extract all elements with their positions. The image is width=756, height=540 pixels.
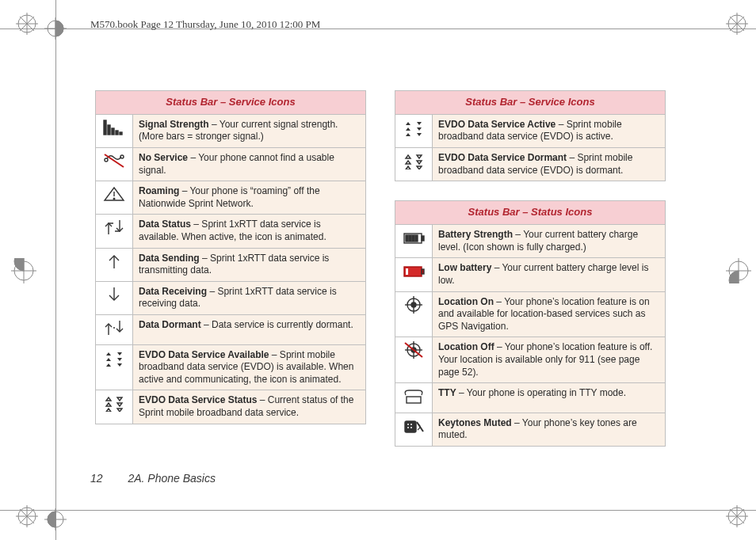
- table-row: Signal Strength – Your current signal st…: [96, 114, 366, 147]
- row-text: – Data service is currently dormant.: [201, 319, 353, 330]
- svg-point-34: [120, 155, 124, 158]
- svg-marker-46: [106, 397, 111, 401]
- data-status-icon: [96, 215, 133, 248]
- row-description: Battery Strength – Your current battery …: [433, 225, 666, 258]
- table-row: No Service – Your phone cannot find a us…: [96, 148, 366, 181]
- row-term: Location Off: [438, 341, 494, 352]
- table-row: EVDO Data Service Available – Sprint mob…: [96, 344, 366, 390]
- row-term: TTY: [438, 387, 456, 398]
- svg-marker-53: [417, 122, 422, 125]
- svg-marker-61: [417, 161, 422, 164]
- table-row: Data Receiving – Sprint 1xRTT data servi…: [96, 281, 366, 314]
- table-title: Status Bar – Service Icons: [395, 91, 666, 115]
- running-header: M570.book Page 12 Thursday, June 10, 201…: [90, 18, 320, 31]
- evdo-status-icon: [96, 390, 133, 424]
- table-row: Location On – Your phone’s location feat…: [395, 291, 666, 337]
- svg-rect-68: [412, 235, 414, 241]
- svg-rect-66: [406, 235, 408, 241]
- svg-marker-59: [417, 155, 422, 158]
- table-row: Location Off – Your phone’s location fea…: [395, 337, 666, 383]
- svg-marker-57: [417, 133, 422, 136]
- svg-point-89: [410, 424, 412, 425]
- svg-rect-32: [120, 132, 122, 135]
- crop-horizontal-bottom: [0, 510, 756, 511]
- row-term: EVDO Data Service Dormant: [438, 152, 567, 163]
- table-row: Data Dormant – Data service is currently…: [96, 315, 366, 345]
- data-sending-icon: [96, 248, 133, 281]
- evdo-available-icon: [96, 344, 133, 390]
- keytones-muted-icon: [395, 413, 433, 446]
- row-term: Low battery: [438, 262, 491, 273]
- page-footer: 12 2A. Phone Basics: [90, 472, 216, 485]
- data-receiving-icon: [96, 281, 133, 314]
- registration-icon: [726, 13, 748, 35]
- row-description: Keytones Muted – Your phone’s key tones …: [433, 413, 666, 446]
- svg-rect-87: [405, 421, 416, 432]
- row-description: Data Receiving – Sprint 1xRTT data servi…: [133, 281, 366, 314]
- section-title: 2A. Phone Basics: [128, 472, 216, 485]
- row-term: Data Status: [139, 219, 191, 230]
- row-description: No Service – Your phone cannot find a us…: [133, 148, 366, 181]
- svg-marker-49: [117, 403, 122, 406]
- svg-marker-47: [117, 397, 122, 401]
- location-on-icon: [395, 291, 433, 337]
- row-term: No Service: [139, 152, 188, 163]
- row-term: Data Receiving: [139, 286, 207, 297]
- registration-icon: [16, 13, 38, 35]
- table-row: TTY – Your phone is operating in TTY mod…: [395, 383, 666, 413]
- svg-point-38: [113, 198, 115, 200]
- svg-marker-45: [117, 363, 122, 367]
- battery-full-icon: [395, 225, 433, 258]
- status-icons-table: Status Bar – Status Icons Battery Streng…: [395, 200, 666, 447]
- row-description: Location Off – Your phone’s location fea…: [433, 337, 666, 383]
- row-term: Roaming: [139, 185, 179, 196]
- row-term: EVDO Data Service Available: [139, 349, 269, 360]
- table-row: Data Sending – Sprint 1xRTT data service…: [96, 248, 366, 281]
- svg-point-88: [407, 424, 409, 425]
- location-off-icon: [395, 337, 433, 383]
- row-description: Data Dormant – Data service is currently…: [133, 315, 366, 345]
- svg-marker-52: [406, 122, 410, 125]
- crop-center-icon: [44, 508, 67, 530]
- table-row: EVDO Data Service Active – Sprint mobile…: [395, 114, 666, 147]
- row-description: Data Status – Sprint 1xRTT data service …: [133, 215, 366, 248]
- service-icons-table-right: Status Bar – Service Icons EVDO Data Ser…: [395, 90, 666, 181]
- svg-marker-40: [106, 352, 111, 356]
- row-description: EVDO Data Service Active – Sprint mobile…: [433, 114, 666, 147]
- table-row: Roaming – Your phone is “roaming” off th…: [96, 181, 366, 215]
- svg-marker-51: [117, 409, 122, 412]
- evdo-dormant-icon: [395, 148, 433, 181]
- row-description: TTY – Your phone is operating in TTY mod…: [433, 383, 666, 413]
- table-row: Keytones Muted – Your phone’s key tones …: [395, 413, 666, 446]
- row-term: EVDO Data Service Status: [139, 394, 257, 405]
- svg-point-91: [410, 427, 412, 428]
- data-dormant-icon: [96, 315, 133, 345]
- page-number: 12: [90, 472, 103, 485]
- row-description: Signal Strength – Your current signal st…: [133, 114, 366, 147]
- svg-rect-30: [112, 128, 114, 135]
- svg-marker-48: [106, 403, 111, 406]
- page-content: Status Bar – Service Icons Signal Streng…: [95, 90, 666, 447]
- svg-marker-50: [106, 409, 111, 412]
- row-description: Data Sending – Sprint 1xRTT data service…: [133, 248, 366, 281]
- table-row: EVDO Data Service Status – Current statu…: [96, 390, 366, 424]
- svg-marker-54: [406, 127, 410, 131]
- svg-rect-72: [406, 268, 408, 275]
- svg-marker-43: [117, 358, 122, 361]
- svg-rect-29: [108, 125, 110, 135]
- table-row: EVDO Data Service Dormant – Sprint mobil…: [395, 148, 666, 181]
- svg-marker-42: [106, 358, 111, 361]
- svg-rect-28: [104, 120, 106, 135]
- svg-point-33: [105, 158, 108, 162]
- svg-marker-62: [406, 166, 410, 169]
- svg-marker-44: [106, 363, 111, 367]
- svg-marker-60: [406, 161, 410, 164]
- svg-marker-56: [406, 133, 410, 136]
- svg-rect-31: [116, 131, 118, 135]
- crop-center-icon: [44, 17, 67, 40]
- row-description: Low battery – Your current battery charg…: [433, 258, 666, 291]
- table-row: Data Status – Sprint 1xRTT data service …: [96, 215, 366, 248]
- row-description: Location On – Your phone’s location feat…: [433, 291, 666, 337]
- row-term: Keytones Muted: [438, 417, 512, 428]
- table-title: Status Bar – Service Icons: [96, 91, 366, 115]
